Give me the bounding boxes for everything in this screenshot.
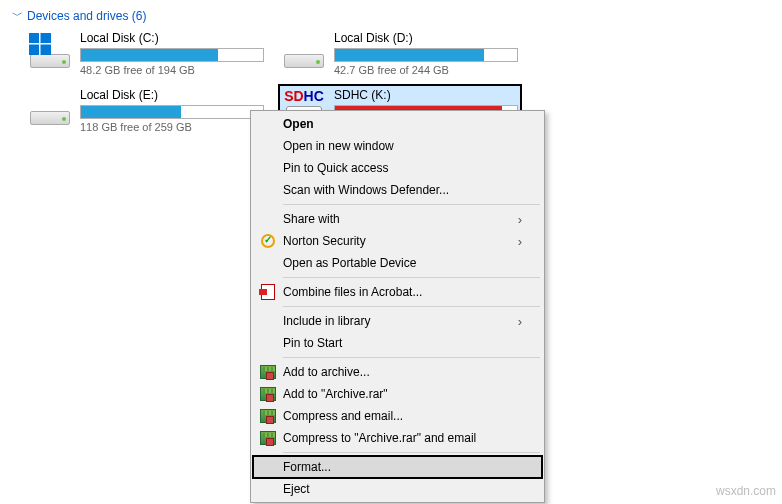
chevron-down-icon: ﹀ xyxy=(12,8,23,23)
menu-share-with[interactable]: Share with› xyxy=(253,208,542,230)
pdf-icon xyxy=(259,283,277,301)
menu-add-archive[interactable]: Add to archive... xyxy=(253,361,542,383)
drive-label: Local Disk (E:) xyxy=(80,88,264,102)
drive-label: Local Disk (D:) xyxy=(334,31,518,45)
storage-bar xyxy=(80,105,264,119)
menu-pin-start[interactable]: Pin to Start xyxy=(253,332,542,354)
menu-compress-email[interactable]: Compress and email... xyxy=(253,405,542,427)
rar-icon xyxy=(259,363,277,381)
hdd-icon xyxy=(282,31,326,71)
rar-icon xyxy=(259,429,277,447)
submenu-arrow-icon: › xyxy=(518,212,522,227)
menu-separator xyxy=(283,357,540,358)
submenu-arrow-icon: › xyxy=(518,314,522,329)
hdd-icon xyxy=(28,88,72,128)
menu-portable-device[interactable]: Open as Portable Device xyxy=(253,252,542,274)
rar-icon xyxy=(259,385,277,403)
menu-combine-acrobat[interactable]: Combine files in Acrobat... xyxy=(253,281,542,303)
menu-open[interactable]: Open xyxy=(253,113,542,135)
storage-bar xyxy=(80,48,264,62)
menu-norton[interactable]: Norton Security› xyxy=(253,230,542,252)
menu-separator xyxy=(283,306,540,307)
hdd-icon xyxy=(28,31,72,71)
context-menu: Open Open in new window Pin to Quick acc… xyxy=(250,110,545,503)
watermark: wsxdn.com xyxy=(716,484,776,498)
devices-header[interactable]: ﹀ Devices and drives (6) xyxy=(12,8,770,23)
menu-separator xyxy=(283,204,540,205)
submenu-arrow-icon: › xyxy=(518,234,522,249)
drive-item[interactable]: Local Disk (D:) 42.7 GB free of 244 GB xyxy=(280,29,520,78)
menu-add-archive-rar[interactable]: Add to "Archive.rar" xyxy=(253,383,542,405)
menu-pin-quick-access[interactable]: Pin to Quick access xyxy=(253,157,542,179)
drive-freespace: 118 GB free of 259 GB xyxy=(80,121,264,133)
drive-label: SDHC (K:) xyxy=(334,88,518,102)
storage-bar xyxy=(334,48,518,62)
devices-header-label: Devices and drives (6) xyxy=(27,9,146,23)
menu-separator xyxy=(283,452,540,453)
rar-icon xyxy=(259,407,277,425)
menu-compress-rar-email[interactable]: Compress to "Archive.rar" and email xyxy=(253,427,542,449)
drive-freespace: 48.2 GB free of 194 GB xyxy=(80,64,264,76)
drive-item[interactable]: Local Disk (E:) 118 GB free of 259 GB xyxy=(26,86,266,135)
menu-include-library[interactable]: Include in library› xyxy=(253,310,542,332)
drive-label: Local Disk (C:) xyxy=(80,31,264,45)
menu-scan-defender[interactable]: Scan with Windows Defender... xyxy=(253,179,542,201)
drive-item[interactable]: Local Disk (C:) 48.2 GB free of 194 GB xyxy=(26,29,266,78)
norton-icon xyxy=(259,232,277,250)
menu-eject[interactable]: Eject xyxy=(253,478,542,500)
menu-format[interactable]: Format... xyxy=(253,456,542,478)
menu-separator xyxy=(283,277,540,278)
drive-freespace: 42.7 GB free of 244 GB xyxy=(334,64,518,76)
menu-open-new-window[interactable]: Open in new window xyxy=(253,135,542,157)
